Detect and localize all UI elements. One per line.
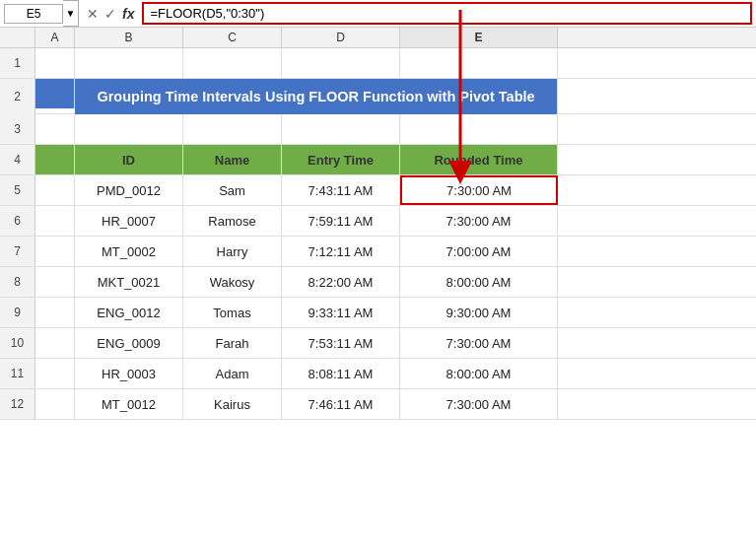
row-9: 9 ENG_0012 Tomas 9:33:11 AM 9:30:00 AM: [0, 298, 756, 328]
cell-c1[interactable]: [183, 48, 282, 78]
formula-bar: E5 ▼ ✕ ✓ fx =FLOOR(D5,"0:30"): [0, 0, 756, 28]
cell-b1[interactable]: [75, 48, 183, 78]
cell-e12[interactable]: 7:30:00 AM: [400, 389, 558, 419]
col-header-c: C: [183, 28, 282, 47]
cell-c3[interactable]: [183, 114, 282, 144]
row-5: 5 PMD_0012 Sam 7:43:11 AM 7:30:00 AM: [0, 175, 756, 206]
cell-d9[interactable]: 9:33:11 AM: [282, 298, 400, 327]
cell-b7[interactable]: MT_0002: [75, 237, 183, 266]
row-7: 7 MT_0002 Harry 7:12:11 AM 7:00:00 AM: [0, 237, 756, 267]
header-id: ID: [122, 153, 135, 168]
cell-b4-id[interactable]: ID: [75, 145, 183, 174]
cell-e3[interactable]: [400, 114, 558, 144]
cell-b12[interactable]: MT_0012: [75, 389, 183, 419]
title-text: Grouping Time Intervals Using FLOOR Func…: [97, 89, 534, 104]
cell-a4[interactable]: [35, 145, 75, 174]
cell-d8[interactable]: 8:22:00 AM: [282, 267, 400, 297]
header-entry-time: Entry Time: [308, 153, 374, 168]
cell-e1[interactable]: [400, 48, 558, 78]
cell-d11[interactable]: 8:08:11 AM: [282, 359, 400, 388]
cell-e4-rounded[interactable]: Rounded Time: [400, 145, 558, 174]
cell-e7[interactable]: 7:00:00 AM: [400, 237, 558, 266]
cell-c10[interactable]: Farah: [183, 328, 282, 358]
cell-d6[interactable]: 7:59:11 AM: [282, 206, 400, 236]
row-num-7: 7: [0, 237, 35, 266]
row-3: 3: [0, 114, 756, 145]
fx-icon[interactable]: fx: [122, 6, 134, 22]
row-num-10: 10: [0, 328, 35, 358]
cell-b10[interactable]: ENG_0009: [75, 328, 183, 358]
cell-d12[interactable]: 7:46:11 AM: [282, 389, 400, 419]
header-name: Name: [215, 153, 249, 168]
formula-icons-group: ✕ ✓ fx: [79, 6, 142, 22]
cell-a7[interactable]: [35, 237, 75, 266]
row-num-2: 2: [0, 79, 35, 114]
cell-c9[interactable]: Tomas: [183, 298, 282, 327]
cell-c4-name[interactable]: Name: [183, 145, 282, 174]
cell-d4-entry[interactable]: Entry Time: [282, 145, 400, 174]
cell-e8[interactable]: 8:00:00 AM: [400, 267, 558, 297]
row-12: 12 MT_0012 Kairus 7:46:11 AM 7:30:00 AM: [0, 389, 756, 420]
cell-b11[interactable]: HR_0003: [75, 359, 183, 388]
cell-a3[interactable]: [35, 114, 75, 144]
cell-ref-dropdown-arrow[interactable]: ▼: [63, 0, 79, 27]
cell-d7[interactable]: 7:12:11 AM: [282, 237, 400, 266]
cell-c7[interactable]: Harry: [183, 237, 282, 266]
col-header-e: E: [400, 28, 558, 47]
cell-e11[interactable]: 8:00:00 AM: [400, 359, 558, 388]
cell-d10[interactable]: 7:53:11 AM: [282, 328, 400, 358]
cell-b3[interactable]: [75, 114, 183, 144]
col-header-b: B: [75, 28, 183, 47]
cell-b5[interactable]: PMD_0012: [75, 175, 183, 205]
cell-a2[interactable]: [35, 79, 75, 108]
cell-c8[interactable]: Wakosy: [183, 267, 282, 297]
confirm-icon[interactable]: ✓: [104, 6, 116, 22]
row-num-12: 12: [0, 389, 35, 419]
row-num-4: 4: [0, 145, 35, 174]
row-11: 11 HR_0003 Adam 8:08:11 AM 8:00:00 AM: [0, 359, 756, 389]
row-2: 2 Grouping Time Intervals Using FLOOR Fu…: [0, 79, 756, 114]
cell-c12[interactable]: Kairus: [183, 389, 282, 419]
row-num-11: 11: [0, 359, 35, 388]
cell-b6[interactable]: HR_0007: [75, 206, 183, 236]
cell-c6[interactable]: Ramose: [183, 206, 282, 236]
row-1: 1: [0, 48, 756, 79]
row-num-3: 3: [0, 114, 35, 144]
cell-e9[interactable]: 9:30:00 AM: [400, 298, 558, 327]
cell-a5[interactable]: [35, 175, 75, 205]
cell-reference-box[interactable]: E5: [4, 4, 63, 24]
cell-a1[interactable]: [35, 48, 75, 78]
cell-d5[interactable]: 7:43:11 AM: [282, 175, 400, 205]
cell-a12[interactable]: [35, 389, 75, 419]
cell-d3[interactable]: [282, 114, 400, 144]
row-4: 4 ID Name Entry Time Rounded Time: [0, 145, 756, 175]
title-merged: Grouping Time Intervals Using FLOOR Func…: [75, 79, 558, 114]
col-header-d: D: [282, 28, 400, 47]
cell-e10[interactable]: 7:30:00 AM: [400, 328, 558, 358]
row-num-6: 6: [0, 206, 35, 236]
cell-a6[interactable]: [35, 206, 75, 236]
cell-e6[interactable]: 7:30:00 AM: [400, 206, 558, 236]
header-rounded-time: Rounded Time: [434, 153, 522, 168]
column-headers: A B C D E: [0, 28, 756, 48]
cell-b8[interactable]: MKT_0021: [75, 267, 183, 297]
row-num-9: 9: [0, 298, 35, 327]
cell-e5-selected[interactable]: 7:30:00 AM: [400, 175, 558, 205]
cell-a11[interactable]: [35, 359, 75, 388]
row-6: 6 HR_0007 Ramose 7:59:11 AM 7:30:00 AM: [0, 206, 756, 237]
row-8: 8 MKT_0021 Wakosy 8:22:00 AM 8:00:00 AM: [0, 267, 756, 298]
corner-cell: [0, 28, 35, 47]
cell-c11[interactable]: Adam: [183, 359, 282, 388]
cell-b9[interactable]: ENG_0012: [75, 298, 183, 327]
spreadsheet: A B C D E 1 2 Grouping Time Intervals Us…: [0, 28, 756, 420]
cell-c5[interactable]: Sam: [183, 175, 282, 205]
cell-a8[interactable]: [35, 267, 75, 297]
row-num-5: 5: [0, 175, 35, 205]
cell-a9[interactable]: [35, 298, 75, 327]
row-10: 10 ENG_0009 Farah 7:53:11 AM 7:30:00 AM: [0, 328, 756, 359]
cell-d1[interactable]: [282, 48, 400, 78]
formula-input[interactable]: =FLOOR(D5,"0:30"): [142, 2, 752, 25]
row-num-8: 8: [0, 267, 35, 297]
cancel-icon[interactable]: ✕: [87, 6, 99, 22]
cell-a10[interactable]: [35, 328, 75, 358]
